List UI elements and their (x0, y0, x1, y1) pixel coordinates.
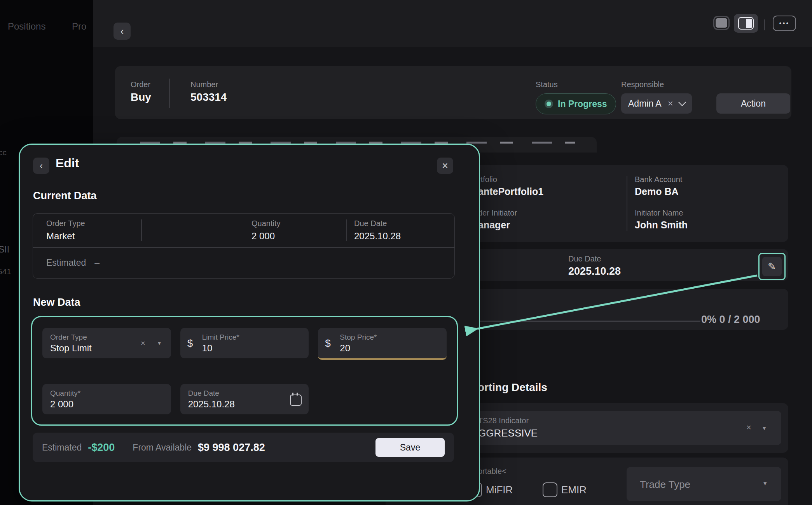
from-available-value: $9 998 027.82 (198, 442, 265, 454)
clear-responsible-icon[interactable]: × (668, 99, 673, 108)
order-number-value: 503314 (190, 91, 227, 103)
current-due-date: Due Date 2025.10.28 (347, 219, 454, 242)
order-type-dropdown-icon[interactable]: ▾ (158, 340, 161, 347)
order-initiator-label: der Initiator (478, 209, 517, 217)
ellipsis-icon: ••• (779, 19, 790, 27)
header-divider (169, 79, 170, 108)
edit-due-date-button[interactable]: ✎ (762, 257, 782, 276)
estimated-value: -$200 (88, 442, 115, 454)
calendar-icon[interactable] (290, 393, 302, 405)
current-data-card: Order Type Market Quantity 2 000 Due Dat… (33, 213, 455, 279)
info-card-divider (627, 176, 627, 231)
status-label: Status (536, 80, 558, 89)
chevron-down-icon[interactable] (678, 98, 686, 106)
limit-price-input[interactable]: $ Limit Price* 10 (180, 328, 309, 358)
toolbar-divider (764, 19, 765, 30)
current-estimated-value: – (94, 258, 100, 268)
drawer-back-button[interactable]: ‹ (114, 23, 131, 40)
pencil-icon: ✎ (768, 261, 776, 273)
drawer-topbar (93, 0, 812, 47)
split-view-toggle-button[interactable] (734, 14, 758, 33)
edit-button-highlight: ✎ (758, 253, 786, 280)
progress-track (479, 321, 700, 322)
order-label: Order (131, 80, 150, 89)
portfolio-label: rtfolio (478, 175, 497, 184)
modal-close-button[interactable]: × (437, 158, 453, 174)
responsible-label: Responsible (621, 80, 664, 89)
current-data-heading: Current Data (33, 190, 97, 202)
rts28-indicator-label: TS28 Indicator (478, 416, 529, 425)
status-badge-text: In Progress (558, 99, 607, 109)
rts28-dropdown-icon[interactable]: ▾ (763, 424, 766, 432)
modal-footer: Estimated -$200 From Available $9 998 02… (33, 433, 454, 462)
quantity-input[interactable]: Quantity* 2 000 (42, 384, 171, 414)
progress-text: 0% 0 / 2 000 (701, 314, 760, 326)
estimated-label: Estimated (42, 442, 82, 453)
reportable-label: ortable< (478, 467, 506, 476)
current-quantity: Quantity 2 000 (142, 219, 346, 242)
dollar-prefix: $ (187, 337, 193, 349)
sidebar-text-fragment: cc (0, 148, 7, 157)
bank-account-label: Bank Account (635, 175, 682, 184)
initiator-name-label: Initiator Name (635, 209, 683, 217)
emir-checkbox[interactable] (543, 482, 557, 497)
chevron-left-icon: ‹ (120, 26, 124, 36)
clear-rts28-icon[interactable]: × (746, 423, 751, 432)
modal-title: Edit (56, 156, 79, 170)
portfolio-value: antePortfolio1 (478, 186, 543, 197)
panel-due-date-label: Due Date (568, 254, 601, 263)
dollar-prefix: $ (325, 337, 330, 349)
more-options-button[interactable]: ••• (773, 16, 796, 31)
emir-checkbox-label: EMIR (561, 484, 587, 496)
current-estimated-row: Estimated – (33, 248, 454, 279)
close-icon: × (442, 160, 448, 172)
status-dot-icon (545, 100, 553, 108)
mifir-checkbox-label: MiFIR (486, 484, 513, 496)
clear-order-type-icon[interactable]: × (141, 339, 145, 348)
card-view-toggle-button[interactable] (714, 17, 728, 29)
stop-price-input[interactable]: $ Stop Price* 20 (318, 328, 447, 360)
modal-back-button[interactable]: ‹ (33, 158, 49, 174)
new-data-group: Order Type Stop Limit × ▾ $ Limit Price*… (31, 316, 458, 426)
nav-item-positions[interactable]: Positions (8, 21, 45, 32)
sidebar-text-fragment: SII (0, 244, 9, 255)
nav-item-products[interactable]: Pro (72, 21, 86, 32)
responsible-select[interactable]: Admin A × (621, 93, 692, 114)
from-available-label: From Available (133, 442, 192, 453)
initiator-name-value: John Smith (635, 219, 688, 231)
order-side-value: Buy (131, 91, 151, 103)
sidebar-text-fragment: 541 (0, 267, 11, 276)
current-order-type: Order Type Market (33, 219, 141, 242)
due-date-input[interactable]: Due Date 2025.10.28 (180, 384, 309, 414)
order-initiator-value: anager (478, 219, 510, 231)
new-data-heading: New Data (33, 296, 80, 309)
order-number-label: Number (190, 80, 218, 89)
reporting-details-heading: orting Details (478, 381, 547, 394)
status-badge: In Progress (536, 93, 616, 114)
bank-account-value: Demo BA (635, 186, 679, 197)
save-button[interactable]: Save (375, 438, 445, 457)
app-window: Positions Pro cc SII 541 ‹ ••• Order Buy… (0, 0, 812, 505)
trade-type-dropdown-icon[interactable]: ▾ (763, 479, 767, 487)
action-button[interactable]: Action (716, 93, 790, 114)
chevron-left-icon: ‹ (40, 161, 43, 170)
panel-due-date-value: 2025.10.28 (568, 265, 621, 277)
rts28-indicator-value: GGRESSIVE (478, 427, 538, 439)
trade-type-placeholder: Trade Type (640, 479, 690, 491)
split-view-icon (738, 17, 754, 30)
responsible-value: Admin A (628, 98, 662, 109)
order-type-select[interactable]: Order Type Stop Limit × ▾ (42, 328, 171, 358)
current-estimated-label: Estimated (46, 258, 86, 268)
